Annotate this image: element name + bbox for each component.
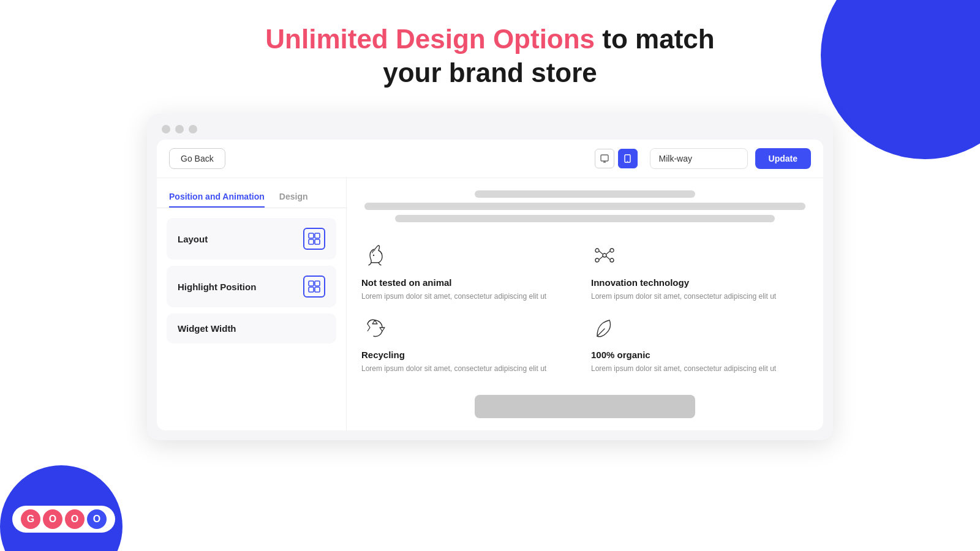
tab-position-animation[interactable]: Position and Animation [169, 187, 265, 208]
highlight-grid-icon [307, 280, 321, 293]
skeleton-bars [361, 190, 809, 222]
window-dot-1 [162, 125, 170, 133]
svg-rect-12 [315, 287, 320, 292]
sidebar-item-highlight-position[interactable]: Highlight Position [167, 266, 336, 307]
svg-line-19 [599, 251, 603, 254]
sidebar-item-layout[interactable]: Layout [167, 218, 336, 260]
logo-letter-g: G [21, 509, 40, 529]
molecule-icon [591, 242, 618, 269]
skeleton-bar-2 [364, 203, 805, 210]
search-input[interactable] [650, 148, 748, 169]
sidebar: Position and Animation Design Layout [157, 178, 347, 430]
logo: G O O O [12, 506, 115, 533]
feature-grid: Not tested on animal Lorem ipsum dolor s… [361, 236, 809, 380]
feature-not-tested-desc: Lorem ipsum dolor sit amet, consectetur … [361, 291, 579, 302]
highlight-grid-icon-box [303, 276, 325, 298]
svg-line-21 [599, 257, 603, 260]
svg-point-18 [610, 258, 614, 262]
svg-rect-7 [309, 239, 314, 244]
window-dot-3 [189, 125, 197, 133]
feature-innovation-title: Innovation technology [591, 277, 809, 288]
svg-rect-8 [315, 239, 320, 244]
window-titlebar [147, 114, 833, 140]
rabbit-icon [361, 242, 388, 269]
svg-point-4 [627, 161, 628, 162]
feature-recycling: Recycling Lorem ipsum dolor sit amet, co… [361, 308, 579, 380]
sidebar-item-widget-width[interactable]: Widget Width [167, 313, 336, 343]
skeleton-bar-1 [475, 190, 695, 198]
view-toggle [595, 149, 638, 168]
svg-rect-9 [309, 281, 314, 286]
desktop-view-button[interactable] [595, 149, 614, 168]
svg-rect-6 [315, 233, 320, 238]
feature-not-tested-title: Not tested on animal [361, 277, 579, 288]
feature-recycling-desc: Lorem ipsum dolor sit amet, consectetur … [361, 363, 579, 374]
main-layout: Position and Animation Design Layout [157, 178, 823, 430]
bottom-skeleton-bar [475, 395, 695, 418]
toolbar: Go Back [157, 140, 823, 178]
hero-title-highlight: Unlimited Design Options [265, 24, 595, 54]
leaf-icon [591, 314, 618, 341]
svg-point-16 [610, 249, 614, 252]
app-window: Go Back [147, 114, 833, 440]
sidebar-items: Layout [157, 208, 346, 353]
mobile-view-button[interactable] [618, 149, 638, 168]
window-body: Go Back [157, 140, 823, 430]
layout-grid-icon-box [303, 228, 325, 250]
feature-recycling-title: Recycling [361, 350, 579, 360]
go-back-button[interactable]: Go Back [169, 148, 225, 169]
svg-rect-5 [309, 233, 314, 238]
svg-line-22 [606, 257, 610, 260]
sidebar-item-widget-width-label: Widget Width [178, 323, 236, 334]
svg-point-17 [595, 258, 599, 262]
svg-rect-0 [601, 155, 608, 161]
feature-organic-desc: Lorem ipsum dolor sit amet, consectetur … [591, 363, 809, 374]
mobile-icon [624, 154, 631, 163]
sidebar-item-layout-label: Layout [178, 234, 208, 244]
desktop-icon [600, 154, 609, 163]
tab-design[interactable]: Design [279, 187, 308, 208]
sidebar-item-highlight-label: Highlight Position [178, 282, 256, 292]
svg-point-13 [373, 255, 374, 256]
window-dot-2 [175, 125, 184, 133]
svg-point-14 [603, 253, 606, 257]
svg-rect-10 [315, 281, 320, 286]
logo-letter-o2: O [65, 509, 85, 529]
feature-not-tested: Not tested on animal Lorem ipsum dolor s… [361, 236, 579, 308]
svg-rect-11 [309, 287, 314, 292]
update-button[interactable]: Update [755, 148, 811, 169]
layout-grid-icon [307, 232, 321, 246]
preview-panel: Not tested on animal Lorem ipsum dolor s… [347, 178, 823, 430]
feature-innovation: Innovation technology Lorem ipsum dolor … [591, 236, 809, 308]
sidebar-tabs: Position and Animation Design [157, 178, 346, 208]
feature-organic: 100% organic Lorem ipsum dolor sit amet,… [591, 308, 809, 380]
page-content: Unlimited Design Options to match your b… [0, 0, 980, 440]
svg-line-20 [606, 251, 610, 254]
svg-point-15 [595, 249, 599, 252]
recycling-icon [361, 314, 388, 341]
logo-letter-o1: O [43, 509, 62, 529]
skeleton-bar-3 [395, 215, 775, 222]
feature-innovation-desc: Lorem ipsum dolor sit amet, consectetur … [591, 291, 809, 302]
logo-letter-o3: O [87, 509, 107, 529]
hero-title: Unlimited Design Options to match your b… [265, 22, 714, 89]
feature-organic-title: 100% organic [591, 350, 809, 360]
